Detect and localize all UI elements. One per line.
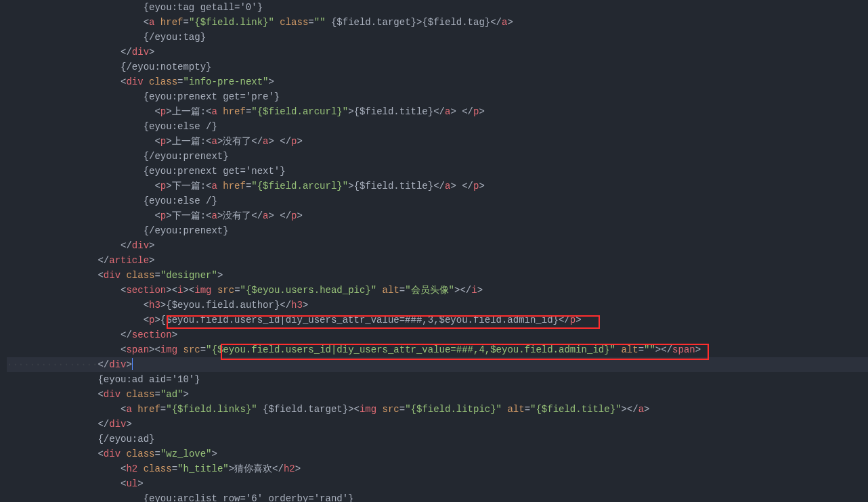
code-line[interactable]: </div> xyxy=(7,417,868,432)
code-line[interactable]: <p>{$eyou.field.users_id|diy_users_attr_… xyxy=(7,313,868,327)
code-line[interactable]: <div class="info-pre-next"> xyxy=(7,74,868,89)
code-line[interactable]: <a href="{$field.links}" {$field.target}… xyxy=(7,402,868,417)
code-line[interactable]: {eyou:arclist row='6' orderby='rand'} xyxy=(7,491,868,502)
code-line[interactable]: {/eyou:tag} xyxy=(7,30,868,45)
code-line[interactable]: </section> xyxy=(7,327,868,342)
code-line[interactable]: <p>上一篇:<a href="{$field.arcurl}">{$field… xyxy=(7,104,868,119)
code-line[interactable]: <section><i><img src="{$eyou.users.head_… xyxy=(7,283,868,298)
code-line[interactable]: <div class="wz_love"> xyxy=(7,447,868,461)
code-line[interactable]: <a href="{$field.link}" class="" {$field… xyxy=(7,15,868,30)
code-line[interactable]: {eyou:prenext get='pre'} xyxy=(7,89,868,104)
code-line[interactable]: {eyou:else /} xyxy=(7,193,868,208)
code-line[interactable]: </article> xyxy=(7,253,868,268)
text-cursor xyxy=(132,358,133,370)
code-editor[interactable]: {eyou:tag getall='0'} <a href="{$field.l… xyxy=(0,0,868,502)
code-line[interactable]: {/eyou:prenext} xyxy=(7,149,868,164)
code-line[interactable]: </div> xyxy=(7,238,868,253)
code-line[interactable]: {/eyou:notempty} xyxy=(7,60,868,74)
code-line[interactable]: <div class="ad"> xyxy=(7,387,868,402)
code-line[interactable]: </div> xyxy=(7,45,868,60)
code-line[interactable]: {eyou:tag getall='0'} xyxy=(7,0,868,15)
code-line[interactable]: <p>上一篇:<a>没有了</a> </p> xyxy=(7,134,868,149)
code-line[interactable]: <span><img src="{$eyou.field.users_id|di… xyxy=(7,342,868,357)
code-line[interactable]: {/eyou:prenext} xyxy=(7,223,868,238)
code-line[interactable]: {eyou:else /} xyxy=(7,119,868,134)
code-line[interactable]: <div class="designer"> xyxy=(7,268,868,283)
code-line[interactable]: {eyou:prenext get='next'} xyxy=(7,164,868,179)
code-line[interactable]: <h2 class="h_title">猜你喜欢</h2> xyxy=(7,461,868,476)
code-line[interactable]: <p>下一篇:<a>没有了</a> </p> xyxy=(7,208,868,223)
code-line[interactable]: <p>下一篇:<a href="{$field.arcurl}">{$field… xyxy=(7,179,868,193)
code-line[interactable]: <h3>{$eyou.field.author}</h3> xyxy=(7,298,868,313)
code-line[interactable]: {eyou:ad aid='10'} xyxy=(7,372,868,387)
code-line[interactable]: {/eyou:ad} xyxy=(7,432,868,447)
code-line[interactable]: ················</div> xyxy=(7,357,868,372)
code-line[interactable]: <ul> xyxy=(7,476,868,491)
